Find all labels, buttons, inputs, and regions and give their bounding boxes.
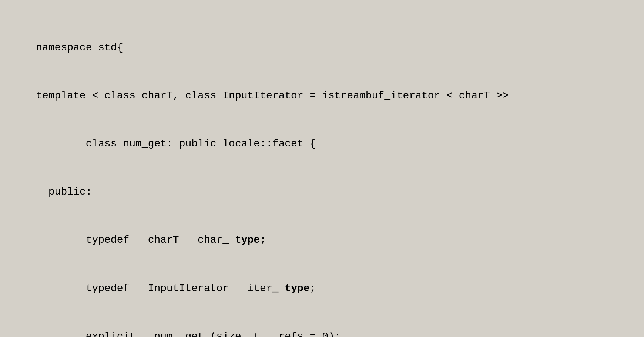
code-line-5: typedef charT char_ type; xyxy=(11,232,633,248)
code-line-6: typedef InputIterator iter_ type; xyxy=(11,280,633,296)
code-display: namespace std{ template < class charT, c… xyxy=(11,7,633,337)
code-line-3: class num_get: public locale::facet { xyxy=(11,136,633,152)
code-line-4: public: xyxy=(11,184,633,200)
code-line-7: explicit num_ get (size_ t refs = 0); xyxy=(11,328,633,337)
code-line-1: namespace std{ xyxy=(11,40,633,55)
code-line-2: template < class charT, class InputItera… xyxy=(11,88,633,104)
